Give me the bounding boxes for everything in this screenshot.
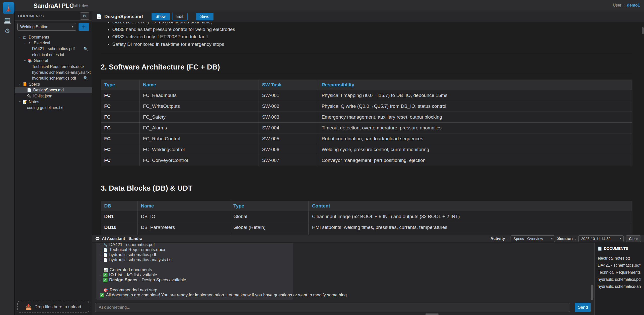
table-row: DB1DB_IOGlobalClean input image (52 BOOL… xyxy=(101,211,632,222)
tree-item-label: Electrical xyxy=(33,41,50,45)
expander-icon[interactable]: ▾ xyxy=(23,42,27,45)
tree-item[interactable]: ▾🗂Documents xyxy=(15,34,92,40)
table-cell: Physical Q write (Q0.0→Q15.7) from DB_IO… xyxy=(318,101,632,112)
chat-gap xyxy=(100,283,289,288)
chat-text: - xyxy=(100,247,101,252)
table-cell: FC xyxy=(101,123,140,133)
table-cell: Emergency management, auxiliary reset, o… xyxy=(318,112,632,123)
chat-text: Recommended next step xyxy=(110,288,157,293)
bullet-item: OB35 handles fast pressure control for w… xyxy=(112,26,632,33)
context-document-item[interactable]: hydraulic schematics.pdf xyxy=(598,276,641,283)
table-row: FCFC_ReadInputsSW-001Physical I mapping … xyxy=(101,90,632,101)
send-button[interactable]: Send xyxy=(575,303,591,312)
activity-select[interactable]: Specs - Overview xyxy=(511,235,555,242)
chat-message-line: -🔧DA421 - schematics.pdf xyxy=(100,243,289,247)
orange-book-icon: 📙 xyxy=(22,82,27,87)
table-cell: FC xyxy=(101,133,140,144)
table-cell: SW-005 xyxy=(259,133,318,144)
table-cell: FC xyxy=(101,90,140,101)
user-info: User : demo1 xyxy=(613,3,640,8)
refresh-button[interactable]: ↻ xyxy=(80,12,89,20)
expander-icon[interactable]: ▾ xyxy=(18,83,22,86)
user-name: demo1 xyxy=(627,3,640,8)
section-heading: 3. Data Blocks (DB) & UDT xyxy=(101,184,632,195)
show-button[interactable]: Show xyxy=(152,13,170,20)
document-scrollbar-thumb[interactable] xyxy=(642,27,644,34)
table-cell: Robot coordination, part load/unload seq… xyxy=(318,133,632,144)
page-icon: 📄 xyxy=(103,253,108,257)
magnifier-icon[interactable]: 🔍 xyxy=(83,76,88,81)
tree-item-label: Specs xyxy=(28,82,40,87)
tree-item[interactable]: hydraulic schematics.pdf🔍 xyxy=(15,76,92,81)
tree-item[interactable]: ▾⚡Electrical xyxy=(15,40,92,46)
file-tree: ▾🗂Documents▾⚡ElectricalDA421 - schematic… xyxy=(15,33,92,111)
document-section: 3. Data Blocks (DB) & UDTDBNameTypeConte… xyxy=(101,184,632,235)
context-documents-list: electrical notes.txtDA421 - schematics.p… xyxy=(598,255,641,290)
workstation-icon[interactable]: 💻 xyxy=(0,15,15,26)
tree-item-label: hydraulic schematics.pdf xyxy=(31,76,76,81)
tree-item[interactable]: coding guidelines.txt xyxy=(15,105,92,111)
project-row: Welding Station + xyxy=(15,21,92,33)
table-cell xyxy=(309,233,632,235)
table-cell: FC xyxy=(101,155,140,166)
session-label: Session xyxy=(557,236,573,241)
bullet-item: OB82 activated only if ET200SP module fa… xyxy=(112,33,632,41)
context-document-item[interactable]: hydraulic schematics-analysis… xyxy=(598,283,641,290)
assistant-message-bubble: -🔧DA421 - schematics.pdf-📄Technical Requ… xyxy=(96,243,293,300)
ask-input[interactable] xyxy=(95,303,570,312)
context-document-item[interactable]: DA421 - schematics.pdf xyxy=(598,262,641,269)
chat-text: - Design Specs available xyxy=(139,277,186,283)
table-header-cell: Name xyxy=(140,80,259,90)
tree-item[interactable]: ▾📙Specs xyxy=(15,81,92,87)
assistant-panel: 💬 AI Assistant - Sandra Activity : Specs… xyxy=(92,235,644,315)
magnifier-icon[interactable]: 🔍 xyxy=(83,47,88,51)
add-project-button[interactable]: + xyxy=(79,23,89,31)
expander-icon[interactable]: ▾ xyxy=(18,36,22,39)
table-cell: FC_Alarms xyxy=(140,123,259,133)
project-select[interactable]: Welding Station xyxy=(17,23,76,31)
tree-item[interactable]: ▾📚General xyxy=(15,58,92,64)
tree-item[interactable]: DA421 - schematics.pdf🔍 xyxy=(15,46,92,52)
bullet-item: OB1 cycles every 50 ms (configured scan … xyxy=(112,22,632,26)
table-cell: DB_IO xyxy=(137,211,230,222)
bullet-list: OB1 cycles every 50 ms (configured scan … xyxy=(101,22,632,48)
chat-scrollbar-thumb[interactable] xyxy=(591,285,593,300)
table-header-cell: Content xyxy=(309,201,632,211)
memo-icon: 📝 xyxy=(22,100,27,104)
context-document-item[interactable]: electrical notes.txt xyxy=(598,255,641,262)
card-index-icon: 🗂 xyxy=(22,35,27,39)
wrench-icon: 🔧 xyxy=(103,243,108,247)
expander-icon[interactable]: ▾ xyxy=(23,59,27,62)
page-icon: 📄 xyxy=(598,247,602,251)
table-cell: Timeout detection, overtemperature, pres… xyxy=(318,123,632,133)
tree-item[interactable]: 📄DesignSpecs.md xyxy=(15,87,92,93)
tree-item[interactable]: ▾📝Notes xyxy=(15,99,92,105)
tree-item[interactable]: 🔌IO-list.json xyxy=(15,93,92,99)
table-cell xyxy=(137,233,230,235)
tree-item-label: Documents xyxy=(28,35,49,40)
tree-item-label: Technical Requirements.docx xyxy=(31,64,85,69)
tree-item[interactable]: Technical Requirements.docx xyxy=(15,64,92,69)
chat-message-line: -📄hydraulic schematics-analysis.txt xyxy=(100,257,289,262)
table-cell: FC_WriteOutputs xyxy=(140,101,259,112)
chat-text: DA421 - schematics.pdf xyxy=(109,243,155,247)
tree-item[interactable]: electrical notes.txt xyxy=(15,52,92,58)
clear-button[interactable]: Clear xyxy=(626,235,641,242)
tree-item[interactable]: hydraulic schematics-analysis.txt xyxy=(15,69,92,75)
table-row-clipped xyxy=(101,233,632,235)
chat-text: All documents are complete! You are read… xyxy=(106,293,348,298)
document-filename: DesignSpecs.md xyxy=(104,14,143,19)
spec-file-icon: 📄 xyxy=(26,88,32,92)
context-document-item[interactable]: Technical Requirements.docx xyxy=(598,269,641,276)
table-row: FCFC_WeldingControlSW-006Welding cycle, … xyxy=(101,144,632,155)
expander-icon[interactable]: ▾ xyxy=(18,100,22,103)
chat-text: - I/O list available xyxy=(124,272,157,277)
session-select[interactable]: 2025-10-11 14:32 xyxy=(578,235,624,242)
table-cell: FC_WeldingControl xyxy=(140,144,259,155)
settings-gear-icon[interactable]: ⚙ xyxy=(0,26,15,36)
edit-button[interactable]: Edit xyxy=(172,13,188,20)
horizontal-scrollbar-thumb[interactable] xyxy=(425,313,439,315)
save-button[interactable]: Save xyxy=(196,13,213,20)
document-toolbar: 📄 DesignSpecs.md Show Edit Save xyxy=(92,11,644,22)
file-dropzone[interactable]: 📥 Drop files here to upload xyxy=(17,301,89,313)
